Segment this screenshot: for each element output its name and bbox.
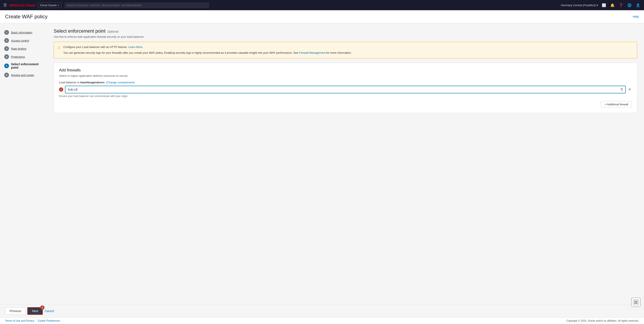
svg-point-2: [636, 300, 638, 302]
cloud-text: Cloud: [25, 4, 35, 7]
region-selector[interactable]: Germany Central (Frankfurt) ▾: [561, 4, 598, 7]
cookie-preferences-link[interactable]: Cookie Preferences: [38, 319, 60, 322]
svg-point-1: [634, 300, 636, 302]
sidebar-item-select-enforcement-point: 5 Select enforcement point: [0, 61, 47, 71]
optional-label: Optional: [107, 30, 118, 33]
sidebar-item-rate-limiting[interactable]: 3 Rate limiting: [0, 45, 47, 53]
select-arrows-icon: ⇅: [620, 87, 625, 91]
svg-point-9: [636, 302, 636, 303]
svg-point-3: [634, 303, 636, 304]
field-label-load-balancer: Load balancer in IwanHoogendoorn (Change…: [59, 81, 632, 84]
section-heading: Select enforcement point Optional: [54, 28, 637, 34]
oracle-logo: ORACLE Cloud: [9, 4, 35, 7]
learn-more-link[interactable]: Learn More: [128, 45, 142, 49]
sidebar-item-access-control[interactable]: 2 Access control: [0, 37, 47, 45]
warning-box: ⚠ Configure your Load balancer with an H…: [54, 42, 637, 58]
svg-point-6: [636, 303, 636, 304]
terms-of-use-link[interactable]: Terms of Use and Privacy: [5, 319, 34, 322]
page-title: Create WAF policy: [5, 14, 48, 20]
step-4-indicator: 4: [4, 54, 9, 59]
change-compartment-link[interactable]: (Change compartment): [106, 81, 135, 84]
badge-2: 2: [40, 305, 44, 310]
top-navigation: ☰ ORACLE Cloud Cloud Classic > Germany C…: [0, 0, 644, 10]
terminal-icon[interactable]: ⬜: [602, 3, 606, 8]
global-search-input[interactable]: [64, 2, 209, 8]
add-firewalls-title: Add firewalls: [59, 68, 632, 73]
step-1-indicator: 1: [4, 30, 9, 35]
load-balancer-hint: Ensure your load balancer can communicat…: [59, 95, 632, 98]
svg-point-5: [636, 301, 636, 302]
wizard-sidebar: 1 Basic information 2 Access control 3 R…: [0, 23, 47, 304]
previous-button[interactable]: Previous: [5, 307, 26, 315]
cloud-classic-button[interactable]: Cloud Classic >: [38, 3, 62, 8]
bell-icon[interactable]: 🔔: [610, 3, 615, 8]
page-header: Create WAF policy Help: [0, 10, 644, 23]
svg-point-7: [634, 302, 635, 303]
globe-icon[interactable]: 🌐: [627, 3, 632, 8]
add-additional-firewall-button[interactable]: + Additional firewall: [601, 101, 632, 108]
basic-information-link[interactable]: Basic information: [11, 31, 32, 34]
badge-1: 1: [59, 87, 63, 92]
svg-point-8: [636, 302, 638, 303]
chevron-down-icon: ▾: [596, 4, 598, 7]
review-create-link[interactable]: Review and create: [11, 74, 34, 77]
load-balancer-select-row: 1 hub-LB Option B Option C ⇅ ✕: [59, 86, 632, 93]
step-3-indicator: 3: [4, 46, 9, 51]
step-5-indicator: 5: [4, 64, 9, 68]
section-description: Use this to enforce web application fire…: [54, 35, 637, 38]
add-firewalls-card: Add firewalls Select in-region applicati…: [54, 63, 637, 113]
help-circle-icon[interactable]: ❓: [618, 3, 624, 8]
sidebar-item-protections[interactable]: 4 Protections: [0, 53, 47, 61]
oracle-text: ORACLE: [9, 4, 24, 7]
copyright-text: Copyright © 2024, Oracle and/or its affi…: [566, 319, 639, 322]
topnav-right: Germany Central (Frankfurt) ▾ ⬜ 🔔 ❓ 🌐 👤: [561, 3, 640, 8]
firewall-management-link[interactable]: Firewall Management: [299, 51, 326, 54]
warning-icon: ⚠: [57, 45, 61, 50]
cancel-button[interactable]: Cancel: [44, 309, 54, 313]
main-content: 1 Basic information 2 Access control 3 R…: [0, 23, 644, 304]
add-firewalls-desc: Select in-region application delivery re…: [59, 74, 632, 77]
step-2-indicator: 2: [4, 38, 9, 43]
help-link[interactable]: Help: [633, 15, 639, 18]
svg-point-4: [636, 303, 638, 304]
select-enforcement-point-label: Select enforcement point: [11, 63, 42, 69]
remove-firewall-button[interactable]: ✕: [628, 87, 632, 92]
rate-limiting-link[interactable]: Rate limiting: [11, 47, 26, 50]
sidebar-item-basic-information[interactable]: 1 Basic information: [0, 28, 47, 37]
add-firewall-row: + Additional firewall: [59, 101, 632, 108]
load-balancer-select-wrapper: hub-LB Option B Option C ⇅: [65, 86, 626, 93]
load-balancer-select[interactable]: hub-LB Option B Option C: [66, 86, 620, 93]
bottom-bar: Terms of Use and Privacy Cookie Preferen…: [0, 317, 644, 324]
next-button[interactable]: Next 2: [27, 307, 43, 315]
sidebar-item-review-create[interactable]: 6 Review and create: [0, 71, 47, 79]
page-footer: Previous Next 2 Cancel: [0, 304, 644, 317]
protections-link[interactable]: Protections: [11, 55, 25, 58]
warning-content: Configure your Load balancer with an HTT…: [63, 45, 352, 55]
user-avatar-icon[interactable]: 👤: [636, 3, 640, 8]
hamburger-menu-icon[interactable]: ☰: [4, 3, 7, 8]
step-6-indicator: 6: [4, 73, 9, 77]
content-area: Select enforcement point Optional Use th…: [47, 23, 644, 304]
help-widget[interactable]: [631, 297, 640, 307]
access-control-link[interactable]: Access control: [11, 39, 29, 42]
